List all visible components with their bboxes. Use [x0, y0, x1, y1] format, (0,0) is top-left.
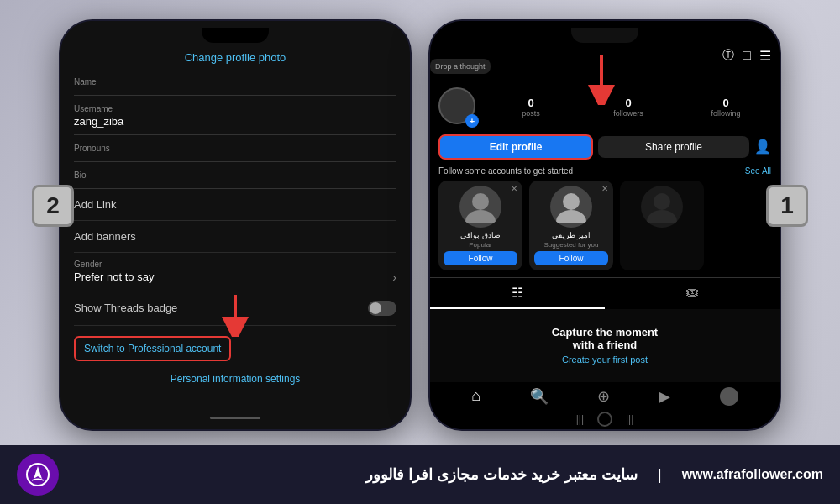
change-photo-label[interactable]: Change profile photo: [60, 45, 410, 69]
capture-area: Capture the momentwith a friend Create y…: [430, 309, 780, 382]
bottom-home-circle: [597, 412, 612, 427]
gender-field[interactable]: Gender Prefer not to say ›: [74, 253, 396, 291]
phone-1-bottom-indicator: ||| |||: [430, 412, 780, 429]
menu-icon[interactable]: ☰: [759, 48, 771, 64]
threads-icon: Ⓣ: [722, 48, 734, 63]
create-first-post-link[interactable]: Create your first post: [562, 354, 648, 365]
username-label: Username: [74, 104, 396, 113]
phone-2-inner: Change profile photo Name Username zang_…: [60, 21, 410, 429]
edit-profile-button[interactable]: Edit profile: [438, 134, 593, 160]
threads-badge-toggle[interactable]: [368, 301, 396, 316]
bottom-url: www.afrafollower.com: [682, 467, 823, 482]
phone-1-notch: [571, 28, 638, 43]
close-suggestion-1-icon[interactable]: ✕: [601, 184, 608, 193]
phones-container: Change profile photo Name Username zang_…: [25, 8, 815, 441]
add-person-icon[interactable]: 👤: [754, 139, 771, 155]
gender-label: Gender: [74, 260, 396, 269]
suggestion-2-avatar: [641, 186, 683, 228]
nav-reels-icon[interactable]: ▶: [659, 387, 670, 406]
arrow-phone2: [218, 295, 252, 340]
suggestion-1-sub: Suggested for you: [534, 241, 608, 249]
phone-2: Change profile photo Name Username zang_…: [59, 19, 412, 431]
pronouns-label: Pronouns: [74, 144, 396, 153]
suggestion-card-1: ✕ امیر طریقی Suggested for you Follow: [529, 181, 613, 270]
add-avatar-button[interactable]: +: [465, 114, 479, 128]
suggestion-0-name: صادق بواقی: [444, 231, 517, 239]
close-suggestion-0-icon[interactable]: ✕: [511, 184, 517, 193]
follow-button-0[interactable]: Follow: [444, 251, 517, 265]
brand-logo: [17, 454, 59, 496]
name-label: Name: [74, 77, 396, 87]
suggestion-1-name: امیر طریقی: [534, 231, 608, 239]
suggestion-0-avatar: [459, 186, 501, 228]
following-count: 0: [680, 97, 771, 109]
name-field[interactable]: Name: [74, 69, 396, 96]
pronouns-field[interactable]: Pronouns: [74, 135, 396, 162]
suggestion-0-sub: Popular: [444, 241, 517, 249]
phone-2-notch: [202, 28, 269, 43]
nav-search-icon[interactable]: 🔍: [530, 387, 549, 406]
suggestions-container: ✕ صادق بواقی Popular Follow ✕: [430, 177, 780, 274]
phone-2-bottom-bar: [60, 411, 410, 429]
share-profile-button[interactable]: Share profile: [598, 136, 749, 158]
follow-suggestion-label: Follow some accounts to get started See …: [430, 165, 780, 177]
following-label: following: [680, 109, 771, 118]
capture-title: Capture the momentwith a friend: [552, 326, 658, 351]
followers-label: followers: [583, 109, 674, 118]
profile-tabs: ☷ 🎟: [430, 277, 780, 309]
nav-profile-icon[interactable]: [720, 387, 738, 406]
username-field[interactable]: Username zang_ziba: [74, 96, 396, 135]
bottom-persian-text: سایت معتبر خرید خدمات مجازی افرا فالوور: [72, 465, 638, 484]
svg-point-4: [563, 193, 580, 210]
tab-reels[interactable]: 🎟: [605, 278, 780, 309]
drop-thought-bubble[interactable]: Drop a thought: [430, 59, 491, 74]
bio-field[interactable]: Bio: [74, 162, 396, 189]
follow-button-1[interactable]: Follow: [534, 251, 608, 265]
profile-avatar-wrap: +: [438, 87, 479, 128]
posts-stat: 0 posts: [486, 97, 576, 118]
add-link-label: Add Link: [74, 198, 117, 211]
bottom-indicator-line: [210, 417, 260, 419]
phone-2-content: Name Username zang_ziba Pronouns: [60, 69, 410, 411]
gender-value: Prefer not to say: [74, 270, 154, 283]
suggestion-card-2: [620, 181, 704, 270]
posts-count: 0: [486, 97, 576, 109]
add-banners-row[interactable]: Add banners: [74, 221, 396, 253]
username-value: zang_ziba: [74, 115, 396, 128]
arrow-phone1: [585, 55, 618, 108]
phone-1-top-bar: [430, 21, 780, 45]
posts-label: posts: [486, 109, 576, 118]
bottom-pipe-2: |||: [626, 413, 633, 425]
nav-home-icon[interactable]: ⌂: [471, 387, 480, 405]
add-banners-label: Add banners: [74, 230, 136, 243]
step-2-label: 2: [32, 185, 74, 227]
add-link-row[interactable]: Add Link: [74, 189, 396, 221]
svg-point-5: [556, 210, 586, 223]
svg-point-6: [654, 193, 670, 210]
phone-2-top-bar: [60, 21, 410, 45]
gender-row: Prefer not to say ›: [74, 270, 396, 284]
following-stat: 0 following: [680, 97, 771, 118]
bio-label: Bio: [74, 171, 396, 180]
bottom-pipe-1: |||: [576, 413, 584, 425]
show-threads-badge-label: Show Threads badge: [74, 302, 177, 314]
svg-point-3: [465, 210, 496, 223]
nav-add-icon[interactable]: ⊕: [597, 387, 610, 406]
add-square-icon[interactable]: □: [743, 48, 751, 63]
svg-point-2: [472, 193, 489, 210]
bottom-divider: |: [658, 466, 662, 484]
see-all-link[interactable]: See All: [745, 166, 771, 176]
edit-share-row: Edit profile Share profile 👤: [438, 134, 771, 165]
nav-bar: ⌂ 🔍 ⊕ ▶: [430, 382, 780, 412]
personal-info-link[interactable]: Personal information settings: [74, 373, 396, 385]
tab-grid[interactable]: ☷: [430, 278, 605, 309]
switch-professional-button[interactable]: Switch to Professional account: [74, 336, 231, 361]
phone-2-screen: Change profile photo Name Username zang_…: [60, 21, 410, 429]
suggestion-card-0: ✕ صادق بواقی Popular Follow: [438, 181, 522, 270]
suggestion-1-avatar: [550, 186, 592, 228]
step-1-label: 1: [766, 185, 808, 227]
phone-1: Ⓣ □ ☰ Drop a thought +: [428, 19, 781, 431]
chevron-icon: ›: [392, 270, 396, 284]
bottom-bar: سایت معتبر خرید خدمات مجازی افرا فالوور …: [0, 445, 840, 504]
svg-point-7: [647, 210, 677, 223]
